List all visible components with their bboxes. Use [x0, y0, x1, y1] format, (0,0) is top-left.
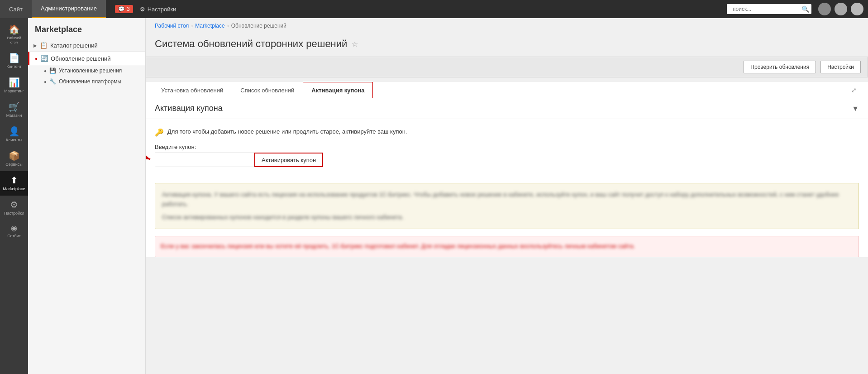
sidebar-label-updates: Обновление решений	[51, 55, 111, 62]
notification-count: 3	[127, 6, 130, 12]
user-area	[818, 3, 863, 15]
red-blurred-text: Если у вас закончилась лицензия или вы х…	[161, 242, 853, 251]
site-button[interactable]: Сайт	[0, 0, 32, 18]
bitrix-icon: ◉	[11, 225, 17, 232]
input-label: Введите купон:	[155, 144, 859, 150]
nav-label-settings: Настройки	[4, 211, 24, 216]
bullet-sub2-icon: ●	[44, 79, 47, 84]
breadcrumb-marketplace[interactable]: Marketplace	[195, 23, 224, 29]
nav-label-bitrix: Сотбит	[7, 234, 21, 238]
nav-item-settings[interactable]: ⚙ Настройки	[0, 196, 28, 220]
sidebar-label-catalog: Каталог решений	[50, 42, 98, 49]
left-nav: 🏠 Рабочийстол 📄 Контент 📊 Маркетинг 🛒 Ма…	[0, 18, 28, 374]
nav-label-clients: Клиенты	[6, 138, 22, 142]
tab-coupon[interactable]: Активация купона	[303, 82, 373, 98]
sidebar-item-catalog[interactable]: ▶ 📋 Каталог решений	[28, 39, 145, 52]
sidebar-title: Marketplace	[28, 18, 145, 39]
red-arrow-indicator	[146, 144, 159, 168]
coupon-input[interactable]	[155, 153, 254, 167]
avatar3	[851, 3, 863, 15]
installed-icon: 💾	[49, 67, 56, 74]
breadcrumb-dashboard[interactable]: Рабочий стол	[155, 23, 189, 29]
breadcrumb: Рабочий стол › Marketplace › Обновление …	[146, 18, 868, 34]
input-row: Активировать купон	[155, 153, 859, 167]
nav-label-marketplace: Marketplace	[3, 187, 25, 191]
page-title-bar: Система обновлений сторонних решений ☆	[146, 34, 868, 57]
clients-icon: 👤	[9, 127, 20, 136]
tab-list[interactable]: Список обновлений	[232, 82, 303, 98]
check-updates-button[interactable]: Проверить обновления	[744, 61, 816, 73]
shop-icon: 🛒	[9, 102, 20, 111]
coupon-info-text: Для того чтобы добавить новое решение ил…	[167, 128, 407, 135]
avatar2	[835, 3, 847, 15]
admin-button[interactable]: Администрирование	[32, 0, 106, 18]
settings-icon: ⚙	[10, 200, 18, 209]
settings-button[interactable]: ⚙ Настройки	[140, 6, 176, 13]
tabs-bar: Установка обновлений Список обновлений А…	[146, 82, 868, 98]
coupon-section-header: Активация купона ▼	[146, 98, 868, 119]
content-icon: 📄	[9, 53, 20, 62]
nav-label-services: Сервисы	[5, 162, 22, 167]
nav-item-shop[interactable]: 🛒 Магазин	[0, 98, 28, 122]
coupon-section-title: Активация купона	[155, 104, 223, 113]
info-row: 🔑 Для того чтобы добавить новое решение …	[155, 128, 859, 137]
key-icon: 🔑	[155, 128, 164, 137]
nav-item-bitrix[interactable]: ◉ Сотбит	[0, 220, 28, 243]
blurred-red-block: Если у вас закончилась лицензия или вы х…	[155, 236, 859, 257]
breadcrumb-sep1: ›	[191, 23, 193, 29]
blurred-yellow-block: Активация купона. У вашего сайта есть ли…	[155, 183, 859, 229]
platform-icon: 🔧	[49, 78, 56, 85]
content-area: Рабочий стол › Marketplace › Обновление …	[146, 18, 868, 374]
tab-install[interactable]: Установка обновлений	[153, 82, 232, 98]
home-icon: 🏠	[9, 25, 20, 34]
blurred-text-2: Список активированных купонов находится …	[162, 213, 852, 222]
page-title: Система обновлений сторонних решений	[155, 38, 347, 50]
updates-icon: 🔄	[40, 55, 48, 62]
notification-button[interactable]: 💬 3	[115, 5, 133, 13]
nav-label-dashboard: Рабочийстол	[7, 36, 21, 44]
sidebar-label-installed: Установленные решения	[59, 67, 122, 74]
bullet-icon: ●	[35, 56, 38, 61]
nav-label-shop: Магазин	[6, 113, 22, 118]
nav-label-marketing: Маркетинг	[4, 89, 24, 93]
nav-item-clients[interactable]: 👤 Клиенты	[0, 122, 28, 147]
nav-label-content: Контент	[6, 64, 21, 69]
chat-icon: 💬	[118, 6, 125, 12]
nav-item-content[interactable]: 📄 Контент	[0, 49, 28, 73]
coupon-body: 🔑 Для того чтобы добавить новое решение …	[146, 119, 868, 176]
sidebar-sub-installed[interactable]: ● 💾 Установленные решения	[28, 65, 145, 76]
triangle-icon: ▶	[33, 43, 37, 48]
topbar: Сайт Администрирование 💬 3 ⚙ Настройки 🔍	[0, 0, 868, 18]
breadcrumb-current: Обновление решений	[231, 23, 286, 29]
catalog-icon: 📋	[40, 42, 48, 49]
search-wrap: 🔍	[727, 4, 811, 14]
gear-icon: ⚙	[140, 6, 145, 13]
marketing-icon: 📊	[9, 78, 20, 87]
marketplace-icon: ⬆	[10, 176, 18, 185]
action-bar: Проверить обновления Настройки	[146, 57, 868, 77]
sidebar-label-platform: Обновление платформы	[59, 78, 121, 85]
blurred-text-1: Активация купона. У вашего сайта есть ли…	[162, 190, 852, 209]
chevron-down-icon[interactable]: ▼	[852, 105, 859, 113]
nav-item-marketing[interactable]: 📊 Маркетинг	[0, 73, 28, 98]
sidebar-item-updates[interactable]: ● 🔄 Обновление решений	[28, 52, 145, 65]
sidebar-sub-platform[interactable]: ● 🔧 Обновление платформы	[28, 76, 145, 87]
activate-coupon-button[interactable]: Активировать купон	[254, 153, 323, 167]
sidebar: Marketplace ▶ 📋 Каталог решений ● 🔄 Обно…	[28, 18, 146, 374]
nav-item-dashboard[interactable]: 🏠 Рабочийстол	[0, 20, 28, 49]
nav-item-marketplace[interactable]: ⬆ Marketplace	[0, 171, 28, 196]
nav-item-services[interactable]: 📦 Сервисы	[0, 147, 28, 171]
white-section: Установка обновлений Список обновлений А…	[146, 82, 868, 257]
breadcrumb-sep2: ›	[227, 23, 229, 29]
settings-page-button[interactable]: Настройки	[820, 61, 861, 73]
avatar	[818, 3, 831, 15]
services-icon: 📦	[9, 151, 20, 160]
favorite-star-icon[interactable]: ☆	[352, 40, 358, 48]
search-input[interactable]	[729, 4, 801, 14]
bullet-sub-icon: ●	[44, 68, 47, 73]
search-icon: 🔍	[801, 5, 809, 13]
expand-icon[interactable]: ⤢	[851, 86, 857, 94]
